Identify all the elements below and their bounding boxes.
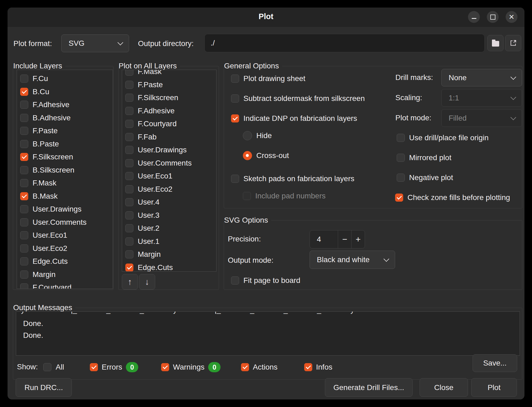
layer-checkbox[interactable] <box>20 101 28 109</box>
layer-row-f-silkscreen[interactable]: F.Silkscreen <box>17 150 113 164</box>
drill-marks-dropdown[interactable]: None <box>441 69 522 86</box>
filter-warnings-checkbox[interactable] <box>161 363 169 371</box>
dnp-crossout-option[interactable]: Cross-out <box>243 151 289 160</box>
layer-checkbox[interactable] <box>20 283 28 289</box>
layer-checkbox[interactable] <box>20 127 28 135</box>
layer-row-f-mask[interactable]: F.Mask <box>122 70 216 78</box>
include-layers-list[interactable]: F.CuB.CuF.AdhesiveB.AdhesiveF.PasteB.Pas… <box>17 70 113 289</box>
layer-checkbox[interactable] <box>125 94 133 102</box>
layer-checkbox[interactable] <box>125 250 133 258</box>
layer-row-user-eco1[interactable]: User.Eco1 <box>122 170 216 183</box>
layer-row-margin[interactable]: Margin <box>122 248 216 261</box>
negative-plot-checkbox[interactable] <box>397 174 405 182</box>
layer-row-user-drawings[interactable]: User.Drawings <box>122 143 216 157</box>
layer-row-f-adhesive[interactable]: F.Adhesive <box>122 104 216 118</box>
open-directory-button[interactable] <box>505 35 521 51</box>
filter-infos-checkbox[interactable] <box>304 363 312 371</box>
layer-row-f-courtyard[interactable]: F.Courtyard <box>122 117 216 131</box>
dnp-hide-radio[interactable] <box>243 131 252 140</box>
layer-row-user-comments[interactable]: User.Comments <box>122 157 216 170</box>
output-messages-box[interactable]: y |_ _ _ y |_ _ _ _ y Done. Done. <box>16 311 520 356</box>
run-drc-button[interactable]: Run DRC... <box>16 378 72 397</box>
layer-row-margin[interactable]: Margin <box>17 268 113 281</box>
plot-button[interactable]: Plot <box>471 378 517 397</box>
layer-row-user-eco2[interactable]: User.Eco2 <box>17 242 113 255</box>
indicate-dnp-checkbox[interactable] <box>231 114 239 122</box>
layer-checkbox[interactable] <box>125 185 133 193</box>
layer-checkbox[interactable] <box>20 271 28 279</box>
sketch-pads-option[interactable]: Sketch pads on fabrication layers <box>231 174 354 184</box>
layer-checkbox[interactable] <box>20 231 28 239</box>
layer-checkbox[interactable] <box>20 153 28 161</box>
close-button[interactable]: ✕ <box>506 11 517 23</box>
layer-checkbox[interactable] <box>125 237 133 245</box>
layer-checkbox[interactable] <box>20 244 28 252</box>
filter-all-option[interactable]: All <box>43 362 64 372</box>
dnp-crossout-radio[interactable] <box>243 151 252 160</box>
layer-row-f-silkscreen[interactable]: F.Silkscreen <box>122 91 216 104</box>
layer-row-b-mask[interactable]: B.Mask <box>17 190 113 203</box>
negative-plot-option[interactable]: Negative plot <box>397 173 453 183</box>
layer-row-f-mask[interactable]: F.Mask <box>17 177 113 190</box>
close-dialog-button[interactable]: Close <box>420 378 468 397</box>
indicate-dnp-option[interactable]: Indicate DNP on fabrication layers <box>231 114 357 123</box>
filter-all-checkbox[interactable] <box>43 363 51 371</box>
layer-checkbox[interactable] <box>20 114 28 122</box>
layer-checkbox[interactable] <box>20 166 28 174</box>
titlebar[interactable]: Plot ✕ <box>8 8 524 27</box>
layer-row-user-comments[interactable]: User.Comments <box>17 216 113 229</box>
plot-drawing-sheet-option[interactable]: Plot drawing sheet <box>231 74 305 83</box>
layer-checkbox[interactable] <box>125 264 133 272</box>
layer-checkbox[interactable] <box>125 211 133 219</box>
filter-actions-option[interactable]: Actions <box>241 362 278 372</box>
browse-directory-button[interactable] <box>487 35 503 51</box>
layer-row-edge-cuts[interactable]: Edge.Cuts <box>122 261 216 272</box>
layer-row-b-silkscreen[interactable]: B.Silkscreen <box>17 164 113 177</box>
layer-row-f-paste[interactable]: F.Paste <box>122 78 216 92</box>
check-zone-fills-option[interactable]: Check zone fills before plotting <box>395 193 510 202</box>
move-down-button[interactable]: ↓ <box>139 274 155 290</box>
layer-row-b-adhesive[interactable]: B.Adhesive <box>17 111 113 125</box>
layer-checkbox[interactable] <box>125 81 133 89</box>
layer-row-user-eco1[interactable]: User.Eco1 <box>17 229 113 242</box>
subtract-soldermask-option[interactable]: Subtract soldermask from silkscreen <box>231 94 365 103</box>
layer-checkbox[interactable] <box>125 107 133 115</box>
layer-checkbox[interactable] <box>20 192 28 200</box>
layer-row-user-2[interactable]: User.2 <box>122 222 216 235</box>
layer-checkbox[interactable] <box>125 172 133 180</box>
plot-drawing-sheet-checkbox[interactable] <box>231 75 239 83</box>
layer-checkbox[interactable] <box>125 146 133 154</box>
layer-checkbox[interactable] <box>20 88 28 96</box>
layer-row-user-1[interactable]: User.1 <box>122 235 216 248</box>
layer-row-f-fab[interactable]: F.Fab <box>122 131 216 144</box>
layer-row-user-eco2[interactable]: User.Eco2 <box>122 183 216 196</box>
filter-warnings-option[interactable]: Warnings 0 <box>161 362 221 372</box>
filter-errors-checkbox[interactable] <box>90 363 98 371</box>
layer-row-user-drawings[interactable]: User.Drawings <box>17 203 113 216</box>
fit-page-checkbox[interactable] <box>231 276 239 285</box>
filter-actions-checkbox[interactable] <box>241 363 249 371</box>
layer-row-user-4[interactable]: User.4 <box>122 196 216 209</box>
layer-checkbox[interactable] <box>20 205 28 213</box>
use-drill-origin-checkbox[interactable] <box>397 134 405 142</box>
layer-checkbox[interactable] <box>125 133 133 141</box>
layer-checkbox[interactable] <box>125 70 133 76</box>
layer-row-f-courtyard[interactable]: F.Courtyard <box>17 281 113 289</box>
layer-checkbox[interactable] <box>125 159 133 167</box>
layer-row-edge-cuts[interactable]: Edge.Cuts <box>17 255 113 268</box>
maximize-button[interactable] <box>487 11 499 23</box>
move-up-button[interactable]: ↑ <box>122 274 138 290</box>
layer-checkbox[interactable] <box>125 120 133 128</box>
layer-checkbox[interactable] <box>20 140 28 148</box>
output-directory-input[interactable] <box>204 34 485 52</box>
layer-row-b-cu[interactable]: B.Cu <box>17 85 113 99</box>
layer-checkbox[interactable] <box>20 218 28 226</box>
mirrored-plot-checkbox[interactable] <box>397 154 405 162</box>
layer-checkbox[interactable] <box>125 198 133 206</box>
sketch-pads-checkbox[interactable] <box>231 175 239 183</box>
precision-spinner[interactable]: 4 − + <box>310 230 365 248</box>
plot-all-layers-list[interactable]: F.MaskF.PasteF.SilkscreenF.AdhesiveF.Cou… <box>122 70 217 272</box>
check-zone-fills-checkbox[interactable] <box>395 194 403 202</box>
layer-row-f-adhesive[interactable]: F.Adhesive <box>17 98 113 111</box>
output-mode-dropdown[interactable]: Black and white <box>310 251 395 269</box>
